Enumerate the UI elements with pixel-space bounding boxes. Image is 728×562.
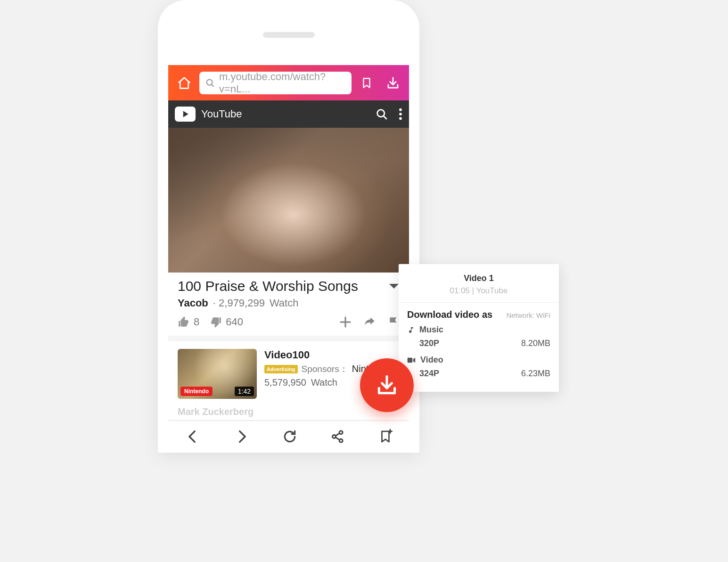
section-divider <box>168 336 409 341</box>
related-views: 5,579,950 <box>264 377 306 388</box>
duration-badge: 1:42 <box>235 387 254 396</box>
svg-marker-2 <box>183 111 188 117</box>
download-panel: Video 1 01:05 | YouTube Download video a… <box>399 264 559 392</box>
brand-badge: Nintendo <box>180 387 213 396</box>
svg-line-4 <box>384 116 386 119</box>
url-input[interactable]: m.youtube.com/watch?v=nL... <box>199 72 352 94</box>
like-button[interactable]: 8 <box>178 316 199 328</box>
music-icon <box>407 326 415 334</box>
more-icon[interactable] <box>399 107 402 121</box>
svg-line-15 <box>335 438 340 440</box>
watch-label: Watch <box>270 297 299 309</box>
download-panel-title: Video 1 <box>406 273 551 283</box>
related-thumbnail: Nintendo 1:42 <box>178 349 257 399</box>
thumbs-up-icon <box>178 316 190 328</box>
download-section-music: Music <box>407 325 550 335</box>
related-title: Video100 <box>264 349 390 361</box>
video-author[interactable]: Yacob <box>178 297 208 309</box>
share-button[interactable] <box>330 429 345 444</box>
download-fab[interactable] <box>360 358 414 412</box>
play-icon <box>180 109 190 119</box>
search-icon[interactable] <box>375 107 388 121</box>
like-count: 8 <box>194 316 199 328</box>
back-button[interactable] <box>185 429 201 445</box>
add-bookmark-button[interactable] <box>378 429 393 445</box>
forward-button[interactable] <box>234 429 250 445</box>
video-meta: 100 Praise & Worship Songs Yacob · 2,979… <box>168 273 409 336</box>
svg-marker-19 <box>413 357 416 363</box>
svg-line-14 <box>335 433 340 436</box>
chevron-down-icon[interactable] <box>388 282 400 290</box>
video-title: 100 Praise & Worship Songs <box>178 278 388 294</box>
flag-icon[interactable] <box>387 315 400 329</box>
search-icon <box>205 78 215 88</box>
url-text: m.youtube.com/watch?v=nL... <box>219 71 346 95</box>
download-section-video: Video <box>407 355 550 365</box>
bookmark-icon <box>360 76 373 90</box>
youtube-logo[interactable] <box>175 107 196 122</box>
svg-point-6 <box>399 113 402 116</box>
home-button[interactable] <box>173 72 196 94</box>
dislike-button[interactable]: 640 <box>210 316 243 328</box>
download-button[interactable] <box>382 72 404 94</box>
network-status: Network: WiFi <box>507 311 550 319</box>
video-player[interactable] <box>168 128 409 273</box>
add-icon[interactable] <box>338 315 352 329</box>
browser-bottom-nav <box>168 420 409 453</box>
bookmark-button[interactable] <box>355 72 378 94</box>
home-icon <box>177 76 191 90</box>
svg-marker-8 <box>389 284 399 289</box>
svg-point-7 <box>399 117 402 120</box>
youtube-header: YouTube <box>168 100 409 127</box>
thumbs-down-icon <box>210 316 222 328</box>
browser-address-bar: m.youtube.com/watch?v=nL... <box>168 65 409 100</box>
video-actions: 8 640 <box>178 315 400 336</box>
share-icon[interactable] <box>363 316 377 328</box>
download-panel-subtitle: 01:05 | YouTube <box>406 286 551 296</box>
svg-line-1 <box>212 84 213 86</box>
download-option-video-324p[interactable]: 324P 6.23MB <box>407 365 550 382</box>
download-as-heading: Download video as <box>407 309 492 320</box>
youtube-label: YouTube <box>201 108 369 120</box>
download-icon <box>375 373 399 397</box>
sponsor-label: Sponsors： <box>302 363 348 375</box>
related-watch-label: Watch <box>311 377 337 388</box>
reload-button[interactable] <box>282 429 297 444</box>
svg-point-5 <box>399 108 402 111</box>
dislike-count: 640 <box>226 316 243 328</box>
video-views: 2,979,299 <box>219 297 265 309</box>
download-icon <box>386 76 400 90</box>
svg-rect-18 <box>408 357 413 363</box>
ad-chip: Advertising <box>264 365 298 373</box>
download-option-music-320p[interactable]: 320P 8.20MB <box>407 335 550 352</box>
video-icon <box>407 357 416 364</box>
phone-speaker <box>263 32 315 38</box>
